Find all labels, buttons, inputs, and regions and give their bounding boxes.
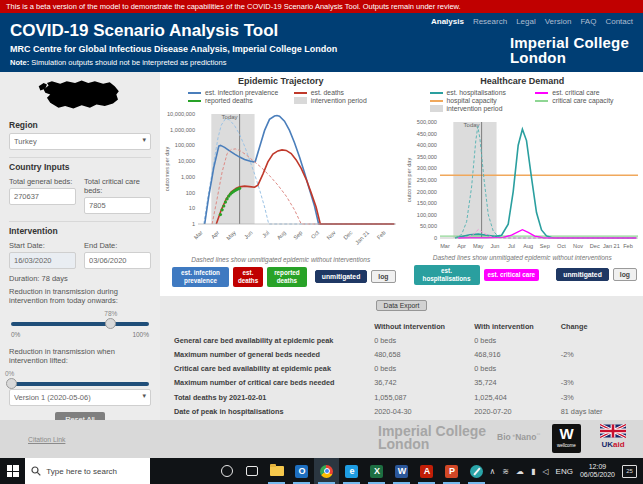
legend-swatch — [430, 105, 443, 112]
word-icon[interactable]: W — [389, 458, 414, 484]
critical-beds-label: Total critical care beds: — [84, 177, 151, 195]
svg-text:100,000: 100,000 — [416, 212, 436, 218]
battery-icon[interactable]: ▮ — [531, 467, 535, 476]
country-inputs-title: Country Inputs — [9, 162, 151, 172]
series-toggle-reported-deaths[interactable]: reported deaths — [267, 267, 307, 287]
file-explorer-icon[interactable] — [264, 458, 289, 484]
legend-item: est. critical care — [535, 89, 641, 96]
general-beds-input[interactable] — [9, 188, 76, 205]
search-icon — [31, 466, 41, 476]
chart-caption: Dashed lines show unmitigated epidemic w… — [162, 256, 400, 263]
svg-text:Apr: Apr — [457, 243, 466, 249]
data-export-button[interactable]: Data Export — [376, 300, 428, 311]
file-explorer-icon — [270, 466, 284, 476]
start-date-input[interactable] — [9, 252, 76, 269]
citation-link[interactable]: Citation Link — [28, 436, 65, 443]
chart-buttons: est. infection prevalenceest. deathsrepo… — [172, 267, 396, 287]
table-row: Date of peak in hospitalisations2020-04-… — [174, 404, 629, 418]
critical-beds-input[interactable] — [84, 197, 151, 214]
slider2-track[interactable] — [11, 382, 149, 386]
legend-swatch — [535, 100, 548, 102]
region-label: Region — [9, 120, 151, 130]
nav-link-version[interactable]: Version — [545, 17, 572, 26]
region-select[interactable]: Turkey — [9, 133, 151, 150]
svg-text:50,000: 50,000 — [419, 223, 436, 229]
slider1-value: 78% — [104, 310, 117, 317]
svg-text:1,000: 1,000 — [181, 174, 195, 180]
start-button[interactable] — [0, 458, 25, 484]
series-toggle-est-deaths[interactable]: est. deaths — [233, 267, 263, 287]
toggle-unmitigated[interactable]: unmitigated — [556, 268, 609, 281]
acrobat-icon[interactable]: A — [414, 458, 439, 484]
slider1-handle[interactable] — [105, 318, 116, 329]
legend-item: reported deaths — [188, 97, 294, 104]
svg-text:300,000: 300,000 — [416, 165, 436, 171]
excel-icon[interactable]: X — [364, 458, 389, 484]
compass-icon[interactable] — [464, 458, 489, 484]
slider2-value: 0% — [5, 370, 14, 377]
series-toggle-est-infection-prevalence[interactable]: est. infection prevalence — [172, 267, 229, 287]
svg-text:Oct: Oct — [557, 243, 566, 249]
onedrive-icon[interactable]: ☁ — [516, 467, 524, 476]
end-date-label: End Date: — [84, 241, 151, 250]
ukaid-logo: UKaid — [600, 424, 626, 449]
powerpoint-icon[interactable]: P — [439, 458, 464, 484]
end-date-input[interactable] — [84, 252, 151, 269]
series-toggle-est-hospitalisations[interactable]: est. hospitalisations — [414, 265, 480, 285]
chrome-icon[interactable] — [314, 458, 339, 484]
speaker-icon[interactable]: ◁ — [542, 467, 548, 476]
task-view-icon[interactable] — [239, 458, 264, 484]
toggle-log[interactable]: log — [371, 270, 395, 283]
slider2-handle[interactable] — [6, 378, 17, 389]
intervention-reduction-slider: 78% — [11, 319, 149, 329]
app-header: AnalysisResearchLegalVersionFAQContact C… — [0, 13, 643, 72]
nav-link-contact[interactable]: Contact — [605, 17, 633, 26]
svg-text:Mar: Mar — [193, 229, 204, 240]
edge-icon: e — [345, 465, 358, 478]
tray-expand-icon[interactable]: ∧ — [489, 467, 495, 476]
results-section: Data Export Without interventionWith int… — [160, 296, 643, 420]
svg-text:10: 10 — [189, 205, 195, 211]
svg-text:Dec: Dec — [342, 229, 353, 240]
legend-swatch — [430, 92, 443, 94]
svg-text:Apr: Apr — [210, 229, 220, 239]
bionano-logo: Bio ●Nano°° — [497, 432, 540, 442]
outlook-icon[interactable]: O — [289, 458, 314, 484]
network-icon[interactable]: ≋ — [502, 467, 509, 476]
slider2-label: Reduction in transmission when intervent… — [9, 347, 151, 365]
slider1-track[interactable] — [11, 322, 149, 326]
version-select[interactable]: Version 1 (2020-05-06) — [9, 389, 151, 406]
nav-link-faq[interactable]: FAQ — [580, 17, 596, 26]
cortana-icon[interactable] — [214, 458, 239, 484]
nav-link-legal[interactable]: Legal — [516, 17, 536, 26]
notification-center-icon[interactable]: 25 — [622, 465, 637, 478]
svg-text:Sep: Sep — [292, 229, 303, 240]
toggle-unmitigated[interactable]: unmitigated — [315, 270, 368, 283]
cortana-icon — [221, 465, 233, 477]
chart-buttons: est. hospitalisationsest. critical careu… — [414, 265, 638, 285]
svg-text:Feb: Feb — [376, 229, 387, 240]
legend-swatch — [188, 92, 201, 94]
chart-legend: est. hospitalisationsest. critical careh… — [430, 89, 642, 112]
svg-text:10,000: 10,000 — [178, 158, 195, 164]
clock[interactable]: 12:0906/05/2020 — [580, 463, 615, 479]
note-label: Note: — [10, 58, 29, 67]
logo-line2: London — [510, 50, 629, 65]
svg-text:May: May — [225, 229, 237, 241]
series-toggle-est-critical-care[interactable]: est. critical care — [484, 269, 540, 281]
legend-item: est. hospitalisations — [430, 89, 536, 96]
legend-swatch — [430, 100, 443, 102]
taskbar-search[interactable]: Type here to search — [25, 458, 150, 484]
nav-link-research[interactable]: Research — [473, 17, 507, 26]
language-indicator[interactable]: ENG — [556, 467, 573, 476]
legend-item: intervention period — [294, 97, 400, 104]
legend-item: critical care capacity — [535, 97, 641, 104]
svg-text:Jul: Jul — [507, 243, 514, 249]
note-text: Simulation outputs should not be interpr… — [31, 58, 226, 67]
acrobat-icon: A — [420, 465, 433, 478]
nav-link-analysis[interactable]: Analysis — [431, 17, 464, 26]
edge-icon[interactable]: e — [339, 458, 364, 484]
svg-text:outcomes per day: outcomes per day — [406, 158, 412, 203]
svg-text:Jan 21: Jan 21 — [602, 243, 619, 249]
toggle-log[interactable]: log — [613, 268, 637, 281]
